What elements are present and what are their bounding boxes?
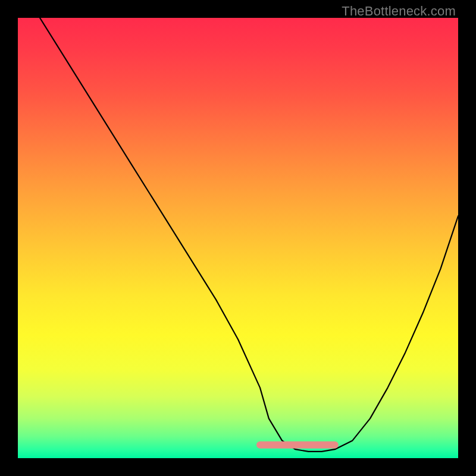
curve-layer [18,18,458,458]
chart-frame: TheBottleneck.com [0,0,476,476]
watermark-text: TheBottleneck.com [342,4,456,19]
plot-area [18,18,458,458]
main-curve [40,18,458,452]
